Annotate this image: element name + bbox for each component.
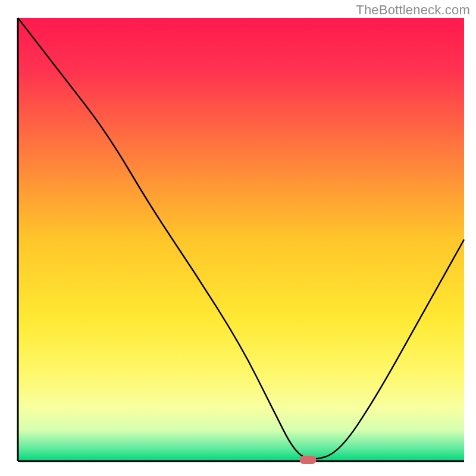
plot-background [18,18,464,461]
highlight-pill [300,456,317,464]
watermark-text: TheBottleneck.com [356,2,470,18]
chart-stage: TheBottleneck.com [0,0,476,476]
bottleneck-chart [0,0,476,476]
